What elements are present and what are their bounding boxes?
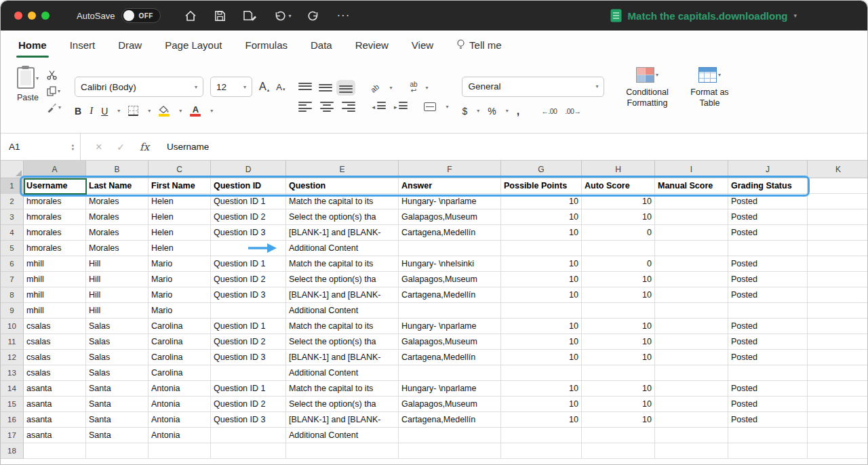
column-header-B[interactable]: B bbox=[86, 161, 149, 178]
cell-E18[interactable] bbox=[286, 443, 399, 459]
decrease-indent-button[interactable]: ◂ bbox=[372, 102, 386, 112]
cell-G17[interactable] bbox=[501, 428, 582, 443]
cell-E5[interactable]: Additional Content bbox=[286, 241, 399, 256]
merge-center-button[interactable] bbox=[424, 102, 436, 111]
cell-G14[interactable]: 10 bbox=[501, 381, 582, 397]
cell-B15[interactable]: Santa bbox=[86, 397, 149, 412]
cell-G6[interactable]: 10 bbox=[501, 256, 582, 272]
row-header-12[interactable]: 12 bbox=[1, 350, 24, 365]
cell-J5[interactable] bbox=[728, 241, 808, 256]
cell-I5[interactable] bbox=[655, 241, 728, 256]
cell-I14[interactable] bbox=[655, 381, 728, 397]
cell-C3[interactable]: Helen bbox=[149, 209, 211, 225]
increase-decimal-button[interactable]: ←.00 bbox=[541, 107, 557, 115]
cell-F8[interactable]: Cartagena,Medellín bbox=[399, 287, 501, 303]
cell-I10[interactable] bbox=[655, 319, 728, 334]
percent-format-button[interactable]: % bbox=[488, 106, 496, 117]
cell-F1[interactable]: Answer bbox=[399, 178, 501, 194]
cell-I13[interactable] bbox=[655, 365, 728, 381]
tab-tell-me[interactable]: Tell me bbox=[456, 39, 502, 51]
cell-E17[interactable]: Additional Content bbox=[286, 428, 399, 443]
cell-H8[interactable]: 10 bbox=[582, 287, 655, 303]
cell-D12[interactable]: Question ID 3 bbox=[211, 350, 286, 365]
cell-B1[interactable]: Last Name bbox=[86, 178, 149, 194]
cell-C16[interactable]: Antonia bbox=[149, 412, 211, 428]
cell-K16[interactable] bbox=[808, 412, 868, 428]
fill-color-button[interactable] bbox=[159, 106, 170, 117]
cell-E1[interactable]: Question bbox=[286, 178, 399, 194]
cell-F16[interactable]: Cartagena,Medellín bbox=[399, 412, 501, 428]
cell-G9[interactable] bbox=[501, 303, 582, 319]
cell-C10[interactable]: Carolina bbox=[149, 319, 211, 334]
cell-F14[interactable]: Hungary- \nparlame bbox=[399, 381, 501, 397]
cell-I8[interactable] bbox=[655, 287, 728, 303]
row-header-2[interactable]: 2 bbox=[1, 194, 24, 209]
cell-D9[interactable] bbox=[211, 303, 286, 319]
cell-J3[interactable]: Posted bbox=[728, 209, 808, 225]
cell-B4[interactable]: Morales bbox=[86, 225, 149, 241]
cell-H17[interactable] bbox=[582, 428, 655, 443]
comma-format-button[interactable]: , bbox=[517, 105, 519, 117]
select-all-corner[interactable] bbox=[1, 161, 24, 178]
cell-G18[interactable] bbox=[501, 443, 582, 459]
cell-H18[interactable] bbox=[582, 443, 655, 459]
cell-F5[interactable] bbox=[399, 241, 501, 256]
cell-D2[interactable]: Question ID 1 bbox=[211, 194, 286, 209]
cell-A9[interactable]: mhill bbox=[24, 303, 86, 319]
cell-A4[interactable]: hmorales bbox=[24, 225, 86, 241]
cell-I18[interactable] bbox=[655, 443, 728, 459]
cell-A6[interactable]: mhill bbox=[24, 256, 86, 272]
cell-H2[interactable]: 10 bbox=[582, 194, 655, 209]
tab-data[interactable]: Data bbox=[311, 39, 332, 51]
number-format-select[interactable]: General ▾ bbox=[462, 77, 604, 97]
column-header-K[interactable]: K bbox=[808, 161, 868, 178]
cell-A11[interactable]: csalas bbox=[24, 334, 86, 350]
cell-C2[interactable]: Helen bbox=[149, 194, 211, 209]
tab-insert[interactable]: Insert bbox=[70, 39, 96, 51]
cell-A14[interactable]: asanta bbox=[24, 381, 86, 397]
cell-I2[interactable] bbox=[655, 194, 728, 209]
cell-C6[interactable]: Mario bbox=[149, 256, 211, 272]
cell-D1[interactable]: Question ID bbox=[211, 178, 286, 194]
cell-I15[interactable] bbox=[655, 397, 728, 412]
cell-C17[interactable]: Antonia bbox=[149, 428, 211, 443]
cell-K14[interactable] bbox=[808, 381, 868, 397]
cell-F18[interactable] bbox=[399, 443, 501, 459]
cell-K15[interactable] bbox=[808, 397, 868, 412]
cell-D3[interactable]: Question ID 2 bbox=[211, 209, 286, 225]
row-header-14[interactable]: 14 bbox=[1, 381, 24, 397]
cell-I12[interactable] bbox=[655, 350, 728, 365]
cell-E4[interactable]: [BLANK-1] and [BLANK- bbox=[286, 225, 399, 241]
row-header-16[interactable]: 16 bbox=[1, 412, 24, 428]
cell-G10[interactable]: 10 bbox=[501, 319, 582, 334]
cell-F2[interactable]: Hungary- \nparlame bbox=[399, 194, 501, 209]
cell-D6[interactable]: Question ID 1 bbox=[211, 256, 286, 272]
save-icon[interactable] bbox=[214, 9, 226, 22]
cell-K11[interactable] bbox=[808, 334, 868, 350]
cancel-icon[interactable]: × bbox=[96, 141, 102, 153]
cell-A15[interactable]: asanta bbox=[24, 397, 86, 412]
cell-E2[interactable]: Match the capital to its bbox=[286, 194, 399, 209]
underline-button[interactable]: U bbox=[101, 106, 108, 117]
tab-review[interactable]: Review bbox=[355, 39, 389, 51]
save-as-icon[interactable] bbox=[243, 9, 257, 22]
cell-B2[interactable]: Morales bbox=[86, 194, 149, 209]
cell-J1[interactable]: Grading Status bbox=[728, 178, 808, 194]
cell-A16[interactable]: asanta bbox=[24, 412, 86, 428]
cell-K5[interactable] bbox=[808, 241, 868, 256]
name-box-spinner[interactable]: ▴▾ bbox=[72, 143, 74, 151]
cell-K12[interactable] bbox=[808, 350, 868, 365]
cell-I6[interactable] bbox=[655, 256, 728, 272]
column-header-H[interactable]: H bbox=[582, 161, 655, 178]
cell-G16[interactable]: 10 bbox=[501, 412, 582, 428]
cell-E12[interactable]: [BLANK-1] and [BLANK- bbox=[286, 350, 399, 365]
increase-font-size-button[interactable]: A▴ bbox=[259, 81, 269, 93]
cell-F11[interactable]: Galapagos,Museum bbox=[399, 334, 501, 350]
document-title[interactable]: Match the capitals.downloadlong bbox=[628, 10, 788, 22]
cell-B3[interactable]: Morales bbox=[86, 209, 149, 225]
cell-B12[interactable]: Salas bbox=[86, 350, 149, 365]
cell-B9[interactable]: Hill bbox=[86, 303, 149, 319]
cell-H3[interactable]: 10 bbox=[582, 209, 655, 225]
autosave-toggle[interactable]: OFF bbox=[121, 8, 161, 23]
cell-G5[interactable] bbox=[501, 241, 582, 256]
